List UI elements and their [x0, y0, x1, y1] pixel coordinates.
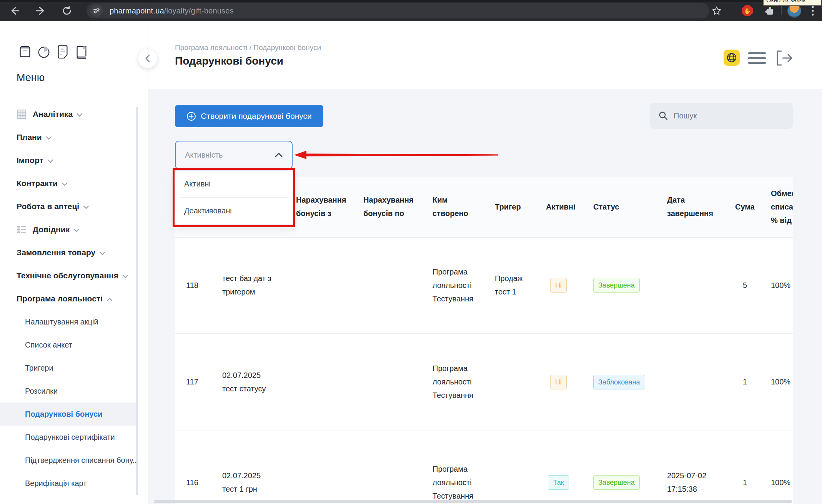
active-badge: Ні — [550, 278, 567, 293]
status-badge: Заблокована — [593, 375, 645, 389]
header-accrual-from: Нарахування бонусів з — [290, 177, 358, 237]
sidebar-item-dovidnyk[interactable]: Довідник — [0, 218, 148, 241]
header-end-date: Дата завершення — [661, 177, 727, 237]
url-path: /loyalty/gift-bonuses — [164, 7, 234, 15]
bookmark-star-icon[interactable] — [711, 5, 723, 17]
list-icon — [17, 225, 27, 235]
submenu-item-podarunkovi-sertyfikaty[interactable]: Подарункові сертифікати — [0, 426, 148, 449]
sidebar-scrollbar[interactable] — [136, 107, 138, 495]
language-globe-button[interactable] — [724, 50, 740, 66]
chevron-down-icon — [47, 158, 53, 165]
submenu-item-spysok-anket[interactable]: Список анкет — [0, 333, 148, 356]
menu-hamburger-button[interactable] — [748, 52, 766, 64]
sidebar-item-kontrakty[interactable]: Контракти — [0, 172, 148, 195]
table-row[interactable]: 118 тест баз дат з тригером Програма лоя… — [175, 237, 793, 333]
submenu-item-nalashtuvannya-aktsiy[interactable]: Налаштування акцій — [0, 310, 148, 333]
filter-option-deactivated[interactable]: Деактивовані — [175, 198, 293, 224]
search-icon — [659, 111, 668, 121]
header-created-by: Ким створено — [425, 177, 484, 237]
submenu-item-rozsylky[interactable]: Розсилки — [0, 379, 148, 403]
gift-bonuses-table: Нарахування бонусів з Нарахування бонусі… — [175, 177, 793, 504]
chevron-down-icon — [62, 181, 68, 188]
chevron-down-icon — [99, 250, 105, 257]
menu-title: Меню — [17, 72, 45, 84]
address-bar[interactable]: pharmapoint.ua/loyalty/gift-bonuses — [87, 3, 709, 18]
document-icon[interactable] — [55, 44, 70, 60]
sidebar-collapse-button[interactable] — [138, 48, 158, 68]
archive-box-icon[interactable] — [17, 44, 33, 60]
submenu-item-trygery[interactable]: Тригери — [0, 356, 148, 379]
create-gift-bonuses-button[interactable]: Створити подарункові бонуси — [175, 105, 323, 127]
pie-chart-icon[interactable] — [36, 44, 52, 60]
chevron-up-icon — [275, 153, 283, 157]
status-badge: Завершена — [593, 278, 640, 293]
submenu-item-pidtverdzhennya-spysannya[interactable]: Підтвердження списання бону... — [0, 449, 148, 472]
url-text: pharmapoint.ua/loyalty/gift-bonuses — [110, 7, 234, 15]
chevron-down-icon — [73, 227, 80, 234]
toolbar-separator — [781, 6, 782, 15]
browser-toolbar: pharmapoint.ua/loyalty/gift-bonuses ✋ Ок… — [0, 0, 822, 21]
header-amount: Сума — [727, 177, 763, 237]
forward-icon[interactable] — [35, 5, 47, 17]
browser-tooltip: Окно из значк — [763, 0, 822, 6]
header-status: Статус — [577, 177, 661, 237]
active-badge: Так — [548, 475, 569, 490]
sidebar: Меню Аналітика Плани Імпорт Контракти Ро… — [0, 21, 148, 504]
sidebar-menu: Аналітика Плани Імпорт Контракти Робота … — [0, 103, 148, 310]
svg-text:✋: ✋ — [744, 8, 751, 15]
browser-menu-kebab-icon[interactable] — [807, 5, 819, 17]
grid-icon — [17, 109, 27, 119]
active-badge: Ні — [550, 375, 567, 389]
activity-filter-label: Активність — [185, 151, 223, 160]
sidebar-item-tekhnichne-obslugovuvannya[interactable]: Технічне обслуговування — [0, 264, 148, 287]
adblock-extension-icon[interactable]: ✋ — [741, 5, 754, 17]
sidebar-item-programa-loyalnosti[interactable]: Програма лояльності — [0, 287, 148, 310]
site-info-icon[interactable] — [90, 5, 103, 17]
chevron-down-icon — [83, 204, 89, 211]
chevron-down-icon — [77, 111, 83, 118]
extensions-puzzle-icon[interactable] — [764, 5, 776, 17]
sidebar-item-plany[interactable]: Плани — [0, 126, 148, 149]
chevron-down-icon — [122, 273, 128, 280]
table-row[interactable]: 117 02.07.2025 тест статусу Програма лоя… — [175, 333, 793, 431]
sidebar-item-import[interactable]: Імпорт — [0, 149, 148, 172]
activity-filter-dropdown[interactable]: Активність — [175, 141, 293, 169]
logout-button[interactable] — [776, 50, 793, 66]
horizontal-scrollbar[interactable] — [154, 500, 792, 503]
browser-top-strip — [0, 0, 822, 2]
search-input[interactable] — [674, 111, 781, 120]
plus-circle-icon — [186, 111, 196, 121]
header-active: Активні — [540, 177, 577, 237]
sidebar-item-analitika[interactable]: Аналітика — [0, 103, 148, 126]
header-accrual-to: Нарахування бонусів по — [358, 177, 425, 237]
submenu-item-podarunkovi-bonusy[interactable]: Подарункові бонуси — [0, 403, 138, 426]
submenu-item-veryfikatsiya-kart[interactable]: Верифікація карт — [0, 472, 148, 495]
search-box — [650, 103, 793, 129]
chevron-down-icon — [46, 135, 52, 141]
loyalty-submenu: Налаштування акцій Список анкет Тригери … — [0, 310, 148, 495]
page-title: Подарункові бонуси — [175, 55, 283, 67]
sidebar-item-zamovlennya-tovaru[interactable]: Замовлення товару — [0, 241, 148, 264]
back-icon[interactable] — [8, 5, 21, 17]
table-row[interactable]: 116 02.07.2025 тест 1 грн Програма лояль… — [175, 431, 793, 504]
breadcrumb: Програма лояльності / Подарункові бонуси — [175, 43, 321, 52]
url-host: pharmapoint.ua — [110, 7, 164, 15]
chevron-up-icon — [106, 296, 113, 303]
header-limit: Обмеж списа % від — [763, 177, 793, 237]
header-trigger: Тригер — [484, 177, 540, 237]
reload-icon[interactable] — [61, 5, 73, 17]
activity-filter-panel: Активні Деактивовані — [175, 171, 293, 225]
sidebar-item-robota-v-aptetsi[interactable]: Робота в аптеці — [0, 195, 148, 218]
book-icon[interactable] — [74, 44, 89, 60]
status-badge: Завершена — [593, 475, 640, 490]
filter-option-active[interactable]: Активні — [175, 171, 293, 197]
